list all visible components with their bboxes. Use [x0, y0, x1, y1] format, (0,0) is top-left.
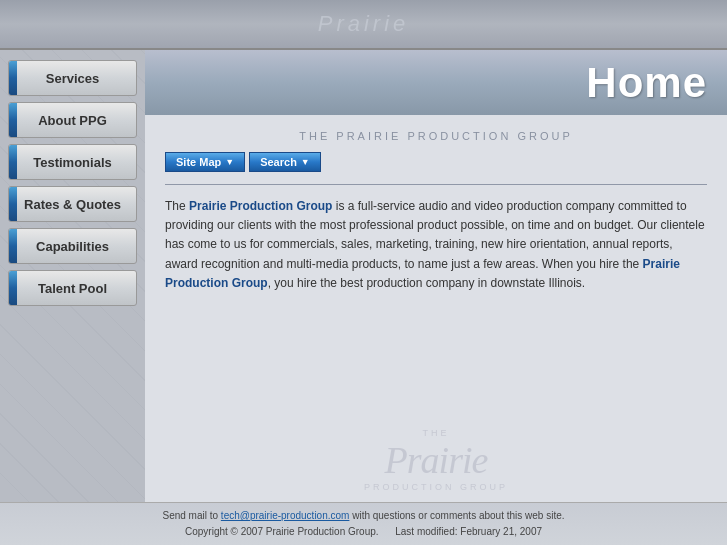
inner-content: THE PRAIRIE PRODUCTION GROUP Site Map ▼ …: [145, 115, 727, 502]
sidebar-item-capabilities[interactable]: Capabilities: [8, 228, 137, 264]
footer-last-modified: Last modified: February 21, 2007: [395, 526, 542, 537]
footer-line-1: Send mail to tech@prairie-production.com…: [0, 508, 727, 524]
sidebar-item-services[interactable]: Services: [8, 60, 137, 96]
body-intro: The: [165, 199, 186, 213]
sidebar-item-testimonials-label: Testimonials: [33, 155, 112, 170]
sidebar: Services About PPG Testimonials Rates & …: [0, 50, 145, 502]
divider: [165, 184, 707, 185]
sidebar-item-about-ppg[interactable]: About PPG: [8, 102, 137, 138]
sidebar-item-capabilities-label: Capabilities: [36, 239, 109, 254]
content-logo: THE Prairie PRODUCTION GROUP: [364, 428, 508, 492]
body-text: The Prairie Production Group is a full-s…: [165, 197, 707, 293]
footer-line-2: Copyright © 2007 Prairie Production Grou…: [0, 524, 727, 540]
sidebar-item-talent-pool[interactable]: Talent Pool: [8, 270, 137, 306]
logo-main: Prairie: [385, 439, 488, 481]
sidebar-item-services-label: Services: [46, 71, 100, 86]
logo-sub: PRODUCTION GROUP: [364, 482, 508, 492]
ppg-tagline: THE PRAIRIE PRODUCTION GROUP: [165, 130, 707, 142]
footer-after-email: with questions or comments about this we…: [352, 510, 564, 521]
body-text-2: , you hire the best production company i…: [268, 276, 586, 290]
sidebar-item-about-ppg-label: About PPG: [38, 113, 107, 128]
toolbar-row: Site Map ▼ Search ▼: [165, 152, 707, 172]
search-arrow-icon: ▼: [301, 157, 310, 167]
main-wrapper: Prairie Services About PPG Testimonials …: [0, 0, 727, 545]
footer-email-link[interactable]: tech@prairie-production.com: [221, 510, 350, 521]
site-map-button[interactable]: Site Map ▼: [165, 152, 245, 172]
main-header: Home: [145, 50, 727, 115]
company-name-1: Prairie Production Group: [189, 199, 332, 213]
sidebar-item-testimonials[interactable]: Testimonials: [8, 144, 137, 180]
logo-the: THE: [364, 428, 508, 438]
footer: Send mail to tech@prairie-production.com…: [0, 502, 727, 545]
site-map-arrow-icon: ▼: [225, 157, 234, 167]
search-button[interactable]: Search ▼: [249, 152, 321, 172]
top-banner: Prairie: [0, 0, 727, 50]
top-banner-text: Prairie: [318, 11, 410, 37]
footer-send-mail: Send mail to: [162, 510, 218, 521]
page-title: Home: [586, 59, 707, 107]
content-row: Services About PPG Testimonials Rates & …: [0, 50, 727, 502]
search-label: Search: [260, 156, 297, 168]
footer-copyright: Copyright © 2007 Prairie Production Grou…: [185, 526, 379, 537]
sidebar-item-rates-quotes[interactable]: Rates & Quotes: [8, 186, 137, 222]
sidebar-item-rates-quotes-label: Rates & Quotes: [24, 197, 121, 212]
main-content: Home THE PRAIRIE PRODUCTION GROUP Site M…: [145, 50, 727, 502]
sidebar-item-talent-pool-label: Talent Pool: [38, 281, 107, 296]
site-map-label: Site Map: [176, 156, 221, 168]
